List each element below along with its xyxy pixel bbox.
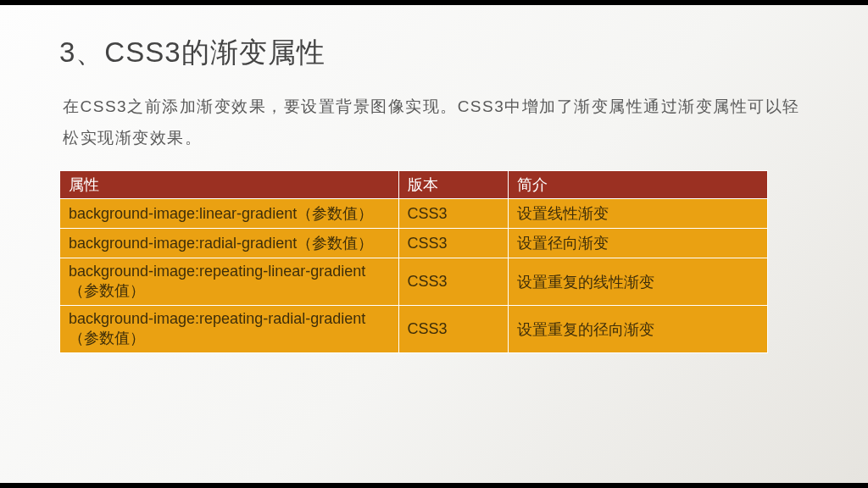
table-row: background-image:linear-gradient（参数值） CS…	[60, 199, 768, 229]
cell-property: background-image:repeating-radial-gradie…	[60, 306, 399, 353]
slide-title: 3、CSS3的渐变属性	[59, 34, 809, 72]
table-header-row: 属性 版本 简介	[60, 171, 768, 199]
table-row: background-image:radial-gradient（参数值） CS…	[60, 229, 768, 258]
cell-version: CSS3	[398, 258, 509, 306]
gradient-properties-table: 属性 版本 简介 background-image:linear-gradien…	[59, 170, 768, 353]
header-intro: 简介	[509, 171, 768, 199]
slide-description: 在CSS3之前添加渐变效果，要设置背景图像实现。CSS3中增加了渐变属性通过渐变…	[59, 91, 809, 153]
cell-intro: 设置径向渐变	[509, 229, 768, 258]
cell-intro: 设置重复的线性渐变	[509, 258, 768, 306]
cell-property: background-image:repeating-linear-gradie…	[60, 258, 399, 306]
cell-version: CSS3	[398, 229, 509, 258]
cell-version: CSS3	[398, 199, 509, 229]
table-row: background-image:repeating-radial-gradie…	[60, 306, 768, 353]
cell-intro: 设置重复的径向渐变	[509, 306, 768, 353]
header-property: 属性	[60, 171, 399, 199]
table-row: background-image:repeating-linear-gradie…	[60, 258, 768, 306]
header-version: 版本	[398, 171, 509, 199]
cell-version: CSS3	[398, 306, 509, 353]
slide-body: 3、CSS3的渐变属性 在CSS3之前添加渐变效果，要设置背景图像实现。CSS3…	[0, 5, 868, 483]
cell-property: background-image:linear-gradient（参数值）	[60, 199, 399, 229]
cell-intro: 设置线性渐变	[509, 199, 768, 229]
cell-property: background-image:radial-gradient（参数值）	[60, 229, 399, 258]
